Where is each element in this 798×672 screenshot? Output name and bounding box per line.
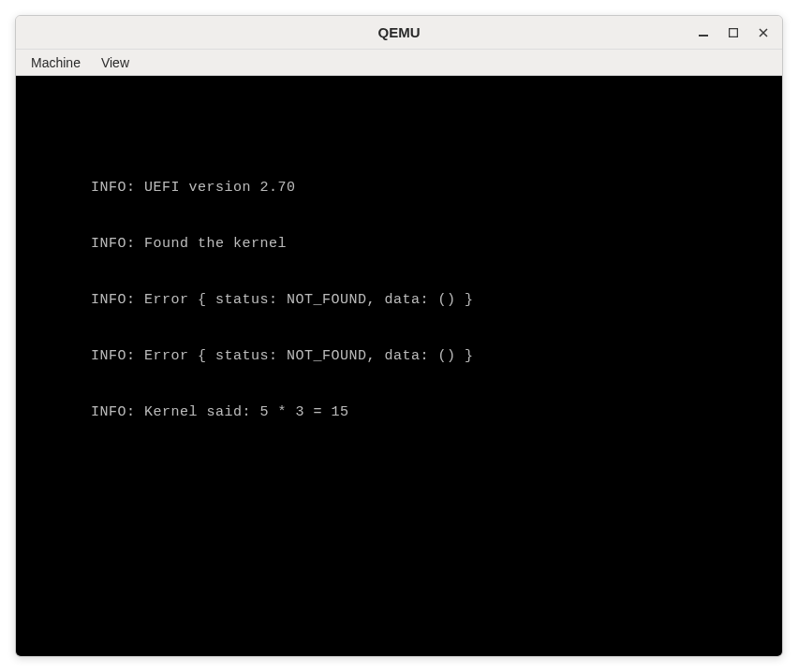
terminal-line: INFO: UEFI version 2.70 <box>91 179 782 197</box>
window-title: QEMU <box>378 24 421 40</box>
terminal-line: INFO: Kernel said: 5 * 3 = 15 <box>91 403 782 422</box>
minimize-icon <box>699 28 708 37</box>
terminal-line: INFO: Found the kernel <box>91 235 782 254</box>
menu-view[interactable]: View <box>92 51 139 74</box>
app-window: QEMU Machine View INFO: UEFI version 2.7… <box>15 15 783 657</box>
terminal-line: INFO: Error { status: NOT_FOUND, data: (… <box>91 291 782 310</box>
close-icon <box>759 28 768 37</box>
menubar: Machine View <box>16 50 782 76</box>
titlebar: QEMU <box>16 16 782 50</box>
minimize-button[interactable] <box>690 21 717 45</box>
svg-rect-0 <box>699 35 708 37</box>
close-button[interactable] <box>750 21 776 45</box>
svg-rect-1 <box>730 28 738 37</box>
maximize-button[interactable] <box>720 21 746 45</box>
menu-machine[interactable]: Machine <box>22 51 90 74</box>
maximize-icon <box>729 28 738 37</box>
window-controls <box>690 21 776 45</box>
terminal-output: INFO: UEFI version 2.70 INFO: Found the … <box>16 76 782 656</box>
terminal-line: INFO: Error { status: NOT_FOUND, data: (… <box>91 347 782 366</box>
